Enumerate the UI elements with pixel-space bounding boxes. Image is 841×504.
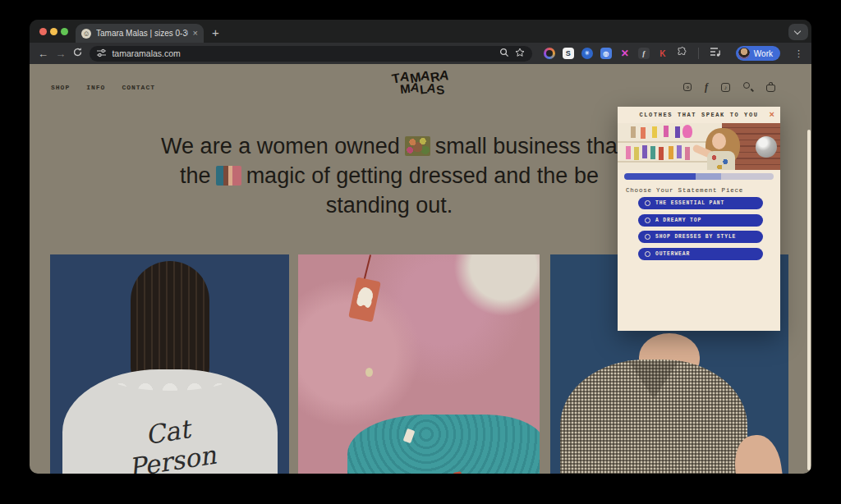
- shelf-books: [626, 146, 631, 159]
- extensions-row: S ✳ ◎ ✕ f K Work ⋮: [544, 46, 811, 61]
- tab-search-chevron-button[interactable]: [788, 24, 808, 40]
- quiz-options: THE ESSENTIAL PANT A DREAMY TOP SHOP DRE…: [638, 197, 763, 260]
- progress-segment: [721, 173, 774, 180]
- quiz-popup: CLOTHES THAT SPEAK TO YOU × Choose Your …: [618, 107, 780, 331]
- close-window-button[interactable]: [39, 28, 47, 35]
- option-dreamy-top[interactable]: A DREAMY TOP: [638, 214, 763, 227]
- page-content: SHOP INFO CONTACT TAMARA MALAS f ♪ We ar…: [30, 64, 811, 474]
- browser-menu-kebab-icon[interactable]: ⋮: [794, 48, 803, 59]
- page-scrollbar[interactable]: [807, 130, 811, 470]
- radio-icon: [645, 251, 650, 257]
- media-controls-icon[interactable]: [710, 46, 722, 61]
- teal-tag: [403, 428, 416, 443]
- toolbar-separator: [698, 48, 699, 59]
- extensions-puzzle-icon[interactable]: [676, 46, 687, 61]
- tab-favicon-icon: ☺: [81, 29, 91, 39]
- instagram-icon[interactable]: [683, 83, 692, 91]
- white-jacket: Cat Person: [62, 369, 278, 474]
- option-label: THE ESSENTIAL PANT: [655, 200, 724, 206]
- bag-handle: [769, 82, 773, 85]
- progress-segment: [696, 173, 721, 180]
- popup-photo: [618, 123, 780, 170]
- shelf: [618, 161, 722, 163]
- popup-title: CLOTHES THAT SPEAK TO YOU: [639, 112, 758, 118]
- browser-toolbar: ← → tamaramalas.com S ✳ ◎ ✕ f K: [30, 43, 811, 64]
- reload-button[interactable]: [69, 46, 86, 61]
- tab-close-icon[interactable]: ×: [193, 29, 198, 38]
- option-label: OUTERWEAR: [655, 251, 690, 257]
- quiz-question: Choose Your Statement Piece: [626, 187, 780, 194]
- extension-k-icon[interactable]: K: [657, 48, 669, 59]
- address-bar[interactable]: tamaramalas.com: [90, 46, 531, 62]
- extension-blue-square-icon[interactable]: ◎: [600, 48, 612, 59]
- quiz-progress-bar: [624, 173, 774, 180]
- woman-floral-top: [707, 151, 735, 170]
- option-outerwear[interactable]: OUTERWEAR: [638, 248, 763, 260]
- profile-button[interactable]: Work: [736, 46, 780, 61]
- tag-flower: [356, 286, 375, 306]
- option-label: SHOP DRESSES BY STYLE: [655, 234, 736, 240]
- profile-label: Work: [754, 49, 773, 58]
- teal-tag-red: [453, 471, 463, 474]
- new-tab-button[interactable]: +: [212, 25, 219, 41]
- shelf-objects: [631, 126, 636, 138]
- chevron-down-icon: [794, 28, 801, 34]
- cat-person-embroidery: Cat Person: [122, 410, 218, 474]
- bookmark-star-icon[interactable]: [515, 46, 525, 61]
- site-search-icon[interactable]: [743, 82, 753, 92]
- radio-icon: [645, 234, 650, 240]
- cardigan-button: [365, 368, 373, 377]
- popup-close-icon[interactable]: ×: [770, 110, 774, 119]
- option-dresses-by-style[interactable]: SHOP DRESSES BY STYLE: [638, 231, 763, 243]
- headline-text: magic of getting dressed and the be: [246, 163, 599, 188]
- maximize-window-button[interactable]: [61, 28, 68, 35]
- cart-bag-icon[interactable]: [766, 85, 775, 92]
- instagram-lens: [687, 86, 689, 89]
- headline-text: small business tha: [435, 134, 618, 158]
- headline-text: the: [180, 163, 211, 188]
- arc-center-dot: [546, 50, 553, 57]
- ruffle-collar: [108, 363, 232, 391]
- pink-decor: [682, 125, 692, 138]
- extension-f-icon[interactable]: f: [638, 48, 650, 59]
- profile-avatar: [738, 48, 750, 59]
- extension-pink-x-icon[interactable]: ✕: [619, 48, 631, 59]
- inline-photo-flowers: [405, 136, 430, 156]
- product-image-pink-cardigan[interactable]: [298, 254, 540, 474]
- extension-s-icon[interactable]: S: [563, 48, 574, 59]
- back-button[interactable]: ←: [34, 48, 52, 60]
- url-text[interactable]: tamaramalas.com: [112, 48, 493, 58]
- tiktok-icon[interactable]: ♪: [721, 83, 730, 92]
- extension-blue-dot-icon[interactable]: ✳: [581, 48, 593, 59]
- tab-strip: ☺ Tamara Malas | sizes 0-36 × +: [30, 20, 811, 43]
- extension-arc-icon[interactable]: [544, 48, 555, 59]
- woman-face: [712, 133, 726, 149]
- shirt-collar: [630, 363, 678, 399]
- option-essential-pant[interactable]: THE ESSENTIAL PANT: [638, 197, 763, 209]
- teal-knit-garment: [347, 415, 540, 474]
- disco-ball: [756, 136, 777, 158]
- search-handle: [751, 88, 754, 91]
- header-icons: f ♪: [683, 82, 775, 92]
- facebook-icon[interactable]: f: [705, 83, 708, 91]
- gingham-shirt: [560, 360, 747, 474]
- option-label: A DREAMY TOP: [655, 218, 701, 223]
- progress-segment: [624, 173, 696, 180]
- radio-icon: [645, 218, 650, 223]
- radio-icon: [645, 200, 650, 206]
- find-in-page-icon[interactable]: [499, 46, 509, 61]
- inline-photo-people: [216, 166, 241, 186]
- site-settings-icon[interactable]: [97, 46, 106, 61]
- tab-title: Tamara Malas | sizes 0-36: [96, 29, 188, 38]
- browser-window: ☺ Tamara Malas | sizes 0-36 × + ← → tama…: [30, 20, 811, 474]
- forward-button[interactable]: →: [52, 48, 69, 60]
- product-image-cat-person-jacket[interactable]: Cat Person: [50, 254, 289, 474]
- browser-tab[interactable]: ☺ Tamara Malas | sizes 0-36 ×: [76, 24, 204, 43]
- headline-text: We are a women owned: [161, 134, 400, 158]
- popup-header: CLOTHES THAT SPEAK TO YOU ×: [618, 107, 780, 123]
- search-lens: [743, 82, 750, 89]
- minimize-window-button[interactable]: [50, 28, 57, 35]
